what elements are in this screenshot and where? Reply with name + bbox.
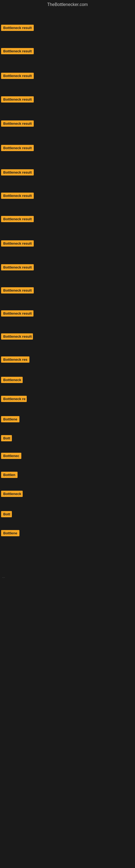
bottleneck-badge-11[interactable]: Bottleneck result (1, 264, 34, 271)
result-row-11: Bottleneck result (1, 264, 34, 272)
result-row-14: Bottleneck result (1, 333, 33, 341)
result-row-19: Bott (1, 435, 12, 442)
result-row-9: Bottleneck result (1, 216, 34, 223)
bottleneck-badge-9[interactable]: Bottleneck result (1, 216, 34, 222)
result-row-21: Bottlen (1, 472, 17, 479)
result-row-23: Bott (1, 511, 12, 518)
result-row-18: Bottlene (1, 416, 19, 424)
result-row-6: Bottleneck result (1, 145, 34, 152)
result-row-1: Bottleneck result (1, 25, 34, 32)
result-row-5: Bottleneck result (1, 120, 34, 128)
result-row-8: Bottleneck result (1, 193, 34, 200)
result-row-4: Bottleneck result (1, 96, 34, 104)
result-row-2: Bottleneck result (1, 48, 34, 55)
bottleneck-badge-21[interactable]: Bottlen (1, 472, 17, 478)
result-row-12: Bottleneck result (1, 287, 34, 294)
result-row-24: Bottlene (1, 530, 19, 537)
result-row-7: Bottleneck result (1, 169, 34, 177)
result-row-20: Bottlenec (1, 453, 21, 460)
bottleneck-badge-24[interactable]: Bottlene (1, 530, 19, 536)
result-row-22: Bottleneck (1, 491, 23, 498)
result-row-16: Bottleneck (1, 377, 23, 384)
ellipsis-mark: ... (1, 574, 6, 580)
bottleneck-badge-12[interactable]: Bottleneck result (1, 287, 34, 293)
bottleneck-badge-18[interactable]: Bottlene (1, 416, 19, 422)
bottleneck-badge-5[interactable]: Bottleneck result (1, 120, 34, 127)
bottleneck-badge-10[interactable]: Bottleneck result (1, 240, 34, 247)
bottleneck-badge-23[interactable]: Bott (1, 511, 12, 517)
bottleneck-badge-6[interactable]: Bottleneck result (1, 145, 34, 151)
bottleneck-badge-16[interactable]: Bottleneck (1, 377, 23, 383)
bottleneck-badge-14[interactable]: Bottleneck result (1, 333, 33, 340)
bottleneck-badge-2[interactable]: Bottleneck result (1, 48, 34, 54)
bottleneck-badge-20[interactable]: Bottlenec (1, 453, 21, 459)
bottleneck-badge-22[interactable]: Bottleneck (1, 491, 23, 497)
bottleneck-badge-17[interactable]: Bottleneck re (1, 396, 27, 402)
bottleneck-badge-15[interactable]: Bottleneck res (1, 356, 30, 363)
site-title: TheBottlenecker.com (0, 0, 135, 9)
bottleneck-badge-3[interactable]: Bottleneck result (1, 73, 34, 79)
result-row-17: Bottleneck re (1, 396, 27, 403)
bottleneck-badge-4[interactable]: Bottleneck result (1, 96, 34, 102)
bottleneck-badge-13[interactable]: Bottleneck result (1, 310, 34, 316)
bottleneck-badge-19[interactable]: Bott (1, 435, 12, 441)
result-row-15: Bottleneck res (1, 356, 30, 364)
bottleneck-badge-7[interactable]: Bottleneck result (1, 169, 34, 176)
result-row-10: Bottleneck result (1, 240, 34, 248)
results-container: Bottleneck resultBottleneck resultBottle… (0, 9, 135, 868)
bottleneck-badge-8[interactable]: Bottleneck result (1, 193, 34, 199)
bottleneck-badge-1[interactable]: Bottleneck result (1, 25, 34, 31)
result-row-13: Bottleneck result (1, 310, 34, 318)
result-row-3: Bottleneck result (1, 73, 34, 80)
